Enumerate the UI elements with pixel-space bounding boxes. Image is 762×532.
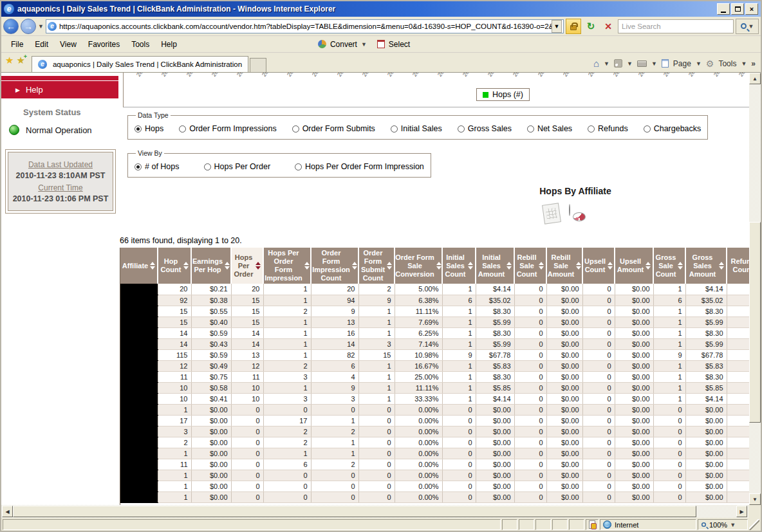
address-field[interactable]: e https://aquaponics.accounts.clickbank.… — [46, 19, 564, 33]
menu-file[interactable]: File — [5, 38, 29, 51]
scroll-left-button[interactable]: ◀ — [2, 506, 13, 517]
url-text[interactable]: https://aquaponics.accounts.clickbank.co… — [59, 23, 552, 30]
tools-menu-button[interactable]: Tools — [718, 59, 736, 68]
live-search-input[interactable]: Live Search — [618, 19, 734, 33]
favorites-icon[interactable]: ★ — [5, 55, 14, 66]
radio-button-icon[interactable] — [204, 163, 211, 170]
menu-tools[interactable]: Tools — [125, 38, 155, 51]
column-header-order-form-impression-count[interactable]: Order Form Impression Count — [311, 248, 358, 284]
search-options-caret[interactable]: ▼ — [748, 23, 754, 30]
security-lock-button[interactable] — [566, 19, 581, 34]
menu-view[interactable]: View — [54, 38, 82, 51]
column-header-rebill-sale-count[interactable]: Rebill Sale Count — [514, 248, 546, 284]
refresh-button[interactable]: ↻ — [583, 19, 599, 34]
radio-button-icon[interactable] — [527, 125, 534, 133]
print-icon[interactable] — [637, 60, 647, 67]
radio-order-form-submits[interactable]: Order Form Submits — [292, 124, 375, 133]
sort-icon[interactable] — [150, 262, 155, 270]
sort-icon[interactable] — [539, 262, 544, 270]
sort-icon[interactable] — [225, 262, 230, 270]
column-header-upsell-count[interactable]: Upsell Count — [582, 248, 615, 284]
scroll-down-button[interactable]: ▼ — [749, 493, 761, 505]
toolbar-overflow-chevron[interactable]: » — [751, 59, 756, 68]
search-button[interactable]: ▼ — [736, 19, 759, 34]
tools-dropdown-caret[interactable]: ▼ — [741, 60, 747, 67]
vertical-scroll-thumb[interactable] — [749, 222, 761, 423]
radio-chargebacks[interactable]: Chargebacks — [644, 124, 702, 133]
add-favorite-icon[interactable]: ★ — [16, 55, 24, 66]
sort-icon[interactable] — [608, 262, 613, 270]
radio-refunds[interactable]: Refunds — [588, 124, 628, 133]
radio-hops-per-order[interactable]: Hops Per Order — [204, 162, 271, 171]
scroll-right-button[interactable]: ▶ — [736, 506, 747, 517]
radio-button-icon[interactable] — [179, 125, 186, 133]
home-icon[interactable]: ⌂ — [593, 58, 599, 69]
column-header-initial-sales-amount[interactable]: Initial Sales Amount — [476, 248, 514, 284]
column-header-hop-count[interactable]: Hop Count — [158, 248, 191, 284]
radio-button-icon[interactable] — [588, 125, 595, 133]
sort-icon[interactable] — [256, 262, 261, 270]
radio-hops[interactable]: Hops — [135, 124, 163, 133]
sort-icon[interactable] — [304, 262, 310, 270]
page-dropdown-caret[interactable]: ▼ — [696, 60, 702, 67]
radio-button-icon[interactable] — [644, 125, 651, 133]
radio-button-icon[interactable] — [292, 125, 299, 133]
sort-icon[interactable] — [719, 262, 724, 270]
new-tab-button[interactable] — [250, 58, 266, 72]
active-tab[interactable]: e aquaponics | Daily Sales Trend | Click… — [32, 56, 248, 72]
radio-gross-sales[interactable]: Gross Sales — [458, 124, 512, 133]
sort-icon[interactable] — [468, 262, 473, 270]
resize-grip[interactable] — [749, 519, 759, 530]
sort-icon[interactable] — [506, 262, 512, 270]
convert-dropdown-caret[interactable]: ▼ — [361, 41, 367, 48]
sort-icon[interactable] — [352, 262, 357, 270]
select-button[interactable]: Select — [389, 40, 410, 49]
radio-order-form-impressions[interactable]: Order Form Impressions — [179, 124, 276, 133]
menu-favorites[interactable]: Favorites — [82, 38, 125, 51]
radio-net-sales[interactable]: Net Sales — [527, 124, 572, 133]
page-menu-button[interactable]: Page — [673, 59, 691, 68]
sort-icon[interactable] — [183, 262, 189, 270]
column-header-gross-sales-amount[interactable]: Gross Sales Amount — [685, 248, 727, 284]
horizontal-scroll-thumb[interactable] — [13, 506, 696, 517]
column-header-hops-per-order[interactable]: Hops Per Order — [231, 248, 263, 284]
sidebar-item-help[interactable]: ▶ Help — [1, 81, 118, 98]
sort-icon[interactable] — [646, 262, 651, 270]
radio-button-icon[interactable] — [135, 125, 142, 133]
radio-hops-per-order-form-impression[interactable]: Hops Per Order Form Impression — [295, 162, 424, 171]
zoom-dropdown-caret[interactable]: ▼ — [730, 522, 736, 528]
column-header-upsell-amount[interactable]: Upsell Amount — [615, 248, 653, 284]
menu-edit[interactable]: Edit — [29, 38, 54, 51]
radio-initial-sales[interactable]: Initial Sales — [391, 124, 442, 133]
column-header-rebill-sale-amount[interactable]: Rebill Sale Amount — [546, 248, 582, 284]
radio-button-icon[interactable] — [458, 125, 465, 133]
address-dropdown-button[interactable]: ▼ — [552, 20, 562, 33]
table-view-icon[interactable] — [542, 203, 561, 224]
radio-of-hops[interactable]: # of Hops — [135, 162, 180, 171]
column-header-initial-sales-count[interactable]: Initial Sales Count — [442, 248, 476, 284]
sort-icon[interactable] — [576, 262, 581, 270]
maximize-button[interactable] — [731, 3, 744, 15]
column-header-affiliate[interactable]: Affiliate — [120, 248, 158, 284]
rss-dropdown-caret[interactable]: ▼ — [627, 60, 633, 67]
radio-button-icon[interactable] — [135, 163, 142, 170]
scroll-up-button[interactable]: ▲ — [749, 73, 761, 84]
column-header-gross-sale-count[interactable]: Gross Sale Count — [653, 248, 685, 284]
column-header-refund-count[interactable]: Refund Count — [727, 248, 749, 284]
stop-button[interactable]: ✕ — [600, 19, 616, 34]
rss-feed-icon[interactable] — [614, 59, 622, 68]
radio-button-icon[interactable] — [391, 125, 398, 133]
column-header-order-form-sale-conversion[interactable]: Order Form Sale Conversion — [395, 248, 442, 284]
nav-history-dropdown[interactable]: ▼ — [38, 23, 44, 30]
column-header-earnings-per-hop[interactable]: Earnings Per Hop — [191, 248, 231, 284]
back-button[interactable]: ← — [3, 19, 19, 34]
menu-help[interactable]: Help — [155, 38, 183, 51]
sort-icon[interactable] — [436, 262, 441, 270]
close-button[interactable]: × — [745, 3, 758, 15]
radio-button-icon[interactable] — [295, 163, 302, 170]
print-dropdown-caret[interactable]: ▼ — [651, 60, 657, 67]
pie-chart-icon[interactable] — [569, 205, 590, 223]
column-header-hops-per-order-form-impression[interactable]: Hops Per Order Form Impression — [263, 248, 311, 284]
vertical-scrollbar[interactable]: ▲ ▼ — [749, 73, 761, 505]
horizontal-scrollbar[interactable]: ◀ ▶ — [1, 505, 761, 518]
